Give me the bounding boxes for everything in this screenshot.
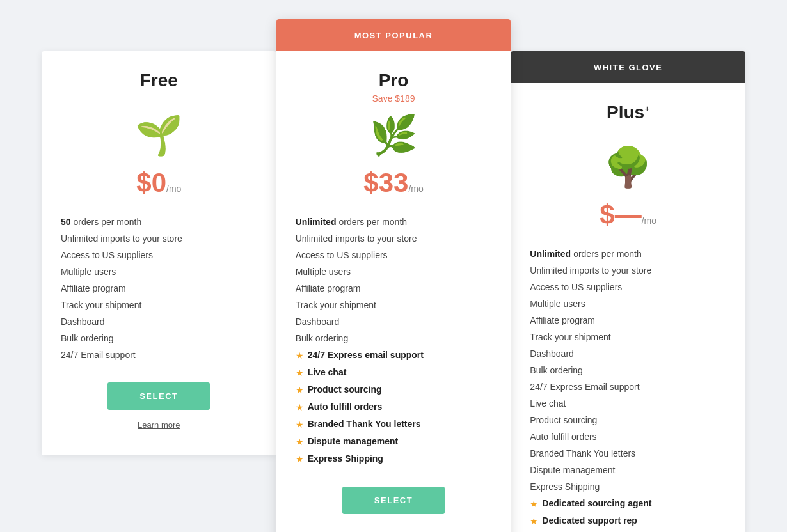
pro-plan-name: Pro <box>296 70 492 91</box>
pro-feature-13: ★Branded Thank You letters <box>296 416 492 433</box>
pro-price-period: /mo <box>408 184 423 194</box>
plus-feature-8: Bulk ordering <box>530 362 726 379</box>
pro-plan-body: Pro Save $189 🌿 $33/mo Unlimited orders … <box>276 51 511 532</box>
pro-select-button[interactable]: SELECT <box>342 487 445 514</box>
free-learn-more-link[interactable]: Learn more <box>61 420 257 430</box>
plus-feature-11: Product sourcing <box>530 412 726 428</box>
free-plan-name: Free <box>61 70 257 91</box>
plus-features-list: Unlimited orders per month Unlimited imp… <box>530 246 726 532</box>
pro-feature-4: Multiple users <box>296 263 492 280</box>
pro-feature-5: Affiliate program <box>296 280 492 297</box>
star-icon: ★ <box>296 350 304 361</box>
pro-price-amount: $33 <box>363 168 408 198</box>
pricing-container: Free 🌱 $0/mo 50 orders per month Unlimit… <box>42 19 745 532</box>
plus-feature-17: ★Dedicated support rep <box>530 512 726 529</box>
pro-feature-14: ★Dispute management <box>296 433 492 450</box>
plus-feature-16: ★Dedicated sourcing agent <box>530 495 726 512</box>
pro-plan-save: Save $189 <box>296 93 492 106</box>
plus-plan-card: WHITE GLOVE Plus+ 🌳 $—/mo Unlimited orde… <box>511 51 745 532</box>
plus-feature-6: Track your shipment <box>530 329 726 345</box>
star-icon: ★ <box>296 454 304 464</box>
plus-plan-save <box>530 125 726 138</box>
pro-feature-7: Dashboard <box>296 313 492 330</box>
plus-feature-18: ★Weekly coaching calls <box>530 529 726 532</box>
star-icon: ★ <box>296 437 304 447</box>
plus-feature-1: Unlimited orders per month <box>530 246 726 262</box>
pro-badge: MOST POPULAR <box>276 19 511 51</box>
plus-feature-13: Branded Thank You letters <box>530 445 726 462</box>
plus-feature-9: 24/7 Express Email support <box>530 379 726 395</box>
free-plan-card: Free 🌱 $0/mo 50 orders per month Unlimit… <box>42 51 276 455</box>
star-icon: ★ <box>296 419 304 430</box>
plus-feature-4: Multiple users <box>530 295 726 312</box>
free-select-button[interactable]: SELECT <box>107 382 210 410</box>
star-icon: ★ <box>530 499 538 509</box>
star-icon: ★ <box>296 385 304 395</box>
free-plan-icon: 🌱 <box>61 116 257 155</box>
free-feature-4: Multiple users <box>61 263 257 280</box>
star-icon: ★ <box>296 368 304 378</box>
free-price-amount: $0 <box>136 168 166 198</box>
pro-feature-9: ★24/7 Express email support <box>296 347 492 364</box>
plus-feature-14: Dispute management <box>530 462 726 478</box>
free-price-period: /mo <box>166 184 181 194</box>
plus-plan-price: $—/mo <box>530 199 726 230</box>
free-feature-1: 50 orders per month <box>61 214 257 230</box>
plus-feature-5: Affiliate program <box>530 312 726 329</box>
pro-feature-10: ★Live chat <box>296 364 492 381</box>
plus-price-amount: $— <box>600 199 641 230</box>
free-feature-6: Track your shipment <box>61 297 257 313</box>
pro-features-list: Unlimited orders per month Unlimited imp… <box>296 214 492 467</box>
free-plan-save <box>61 93 257 106</box>
star-icon: ★ <box>530 516 538 526</box>
free-feature-8: Bulk ordering <box>61 330 257 347</box>
plus-feature-3: Access to US suppliers <box>530 279 726 295</box>
free-features-list: 50 orders per month Unlimited imports to… <box>61 214 257 363</box>
pro-feature-8: Bulk ordering <box>296 330 492 347</box>
free-feature-2: Unlimited imports to your store <box>61 230 257 247</box>
free-feature-5: Affiliate program <box>61 280 257 297</box>
free-feature-3: Access to US suppliers <box>61 247 257 263</box>
pro-feature-6: Track your shipment <box>296 297 492 313</box>
pro-feature-3: Access to US suppliers <box>296 247 492 263</box>
plus-feature-12: Auto fulfill orders <box>530 428 726 445</box>
plus-price-period: /mo <box>642 215 656 226</box>
star-icon: ★ <box>296 402 304 412</box>
pro-plan-icon: 🌿 <box>296 116 492 155</box>
free-feature-7: Dashboard <box>61 313 257 330</box>
plus-feature-10: Live chat <box>530 395 726 412</box>
pro-feature-12: ★Auto fulfill orders <box>296 398 492 416</box>
pro-feature-15: ★Express Shipping <box>296 450 492 467</box>
pro-feature-1: Unlimited orders per month <box>296 214 492 230</box>
free-plan-body: Free 🌱 $0/mo 50 orders per month Unlimit… <box>42 51 276 455</box>
free-plan-price: $0/mo <box>61 168 257 198</box>
plus-feature-15: Express Shipping <box>530 478 726 495</box>
plus-plan-name: Plus+ <box>530 102 726 123</box>
plus-feature-2: Unlimited imports to your store <box>530 262 726 279</box>
plus-feature-7: Dashboard <box>530 345 726 362</box>
plus-plan-body: Plus+ 🌳 $—/mo Unlimited orders per month… <box>511 83 745 532</box>
free-feature-9: 24/7 Email support <box>61 347 257 363</box>
pro-feature-11: ★Product sourcing <box>296 381 492 398</box>
plus-plan-icon: 🌳 <box>530 148 726 187</box>
pro-plan-card: MOST POPULAR Pro Save $189 🌿 $33/mo Unli… <box>276 19 511 532</box>
pro-plan-price: $33/mo <box>296 168 492 198</box>
plus-badge: WHITE GLOVE <box>511 51 745 83</box>
pro-feature-2: Unlimited imports to your store <box>296 230 492 247</box>
